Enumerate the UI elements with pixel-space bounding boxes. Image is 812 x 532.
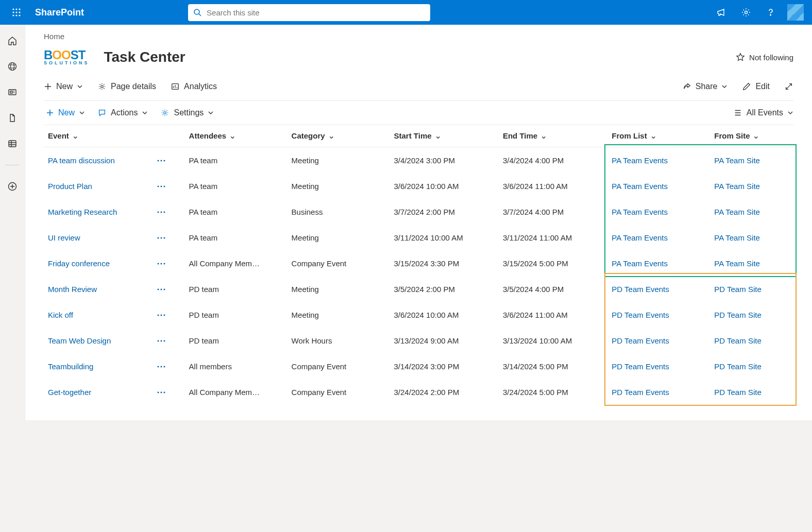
- list-settings-label: Settings: [174, 108, 204, 117]
- table-row[interactable]: Marketing Research⋯PA teamBusiness3/7/20…: [44, 199, 793, 225]
- row-more-button[interactable]: ⋯: [153, 199, 184, 225]
- row-more-button[interactable]: ⋯: [153, 328, 184, 353]
- row-more-button[interactable]: ⋯: [153, 353, 184, 379]
- cell-from-site[interactable]: PD Team Site: [710, 276, 793, 302]
- home-icon: [7, 36, 18, 46]
- col-event[interactable]: Event⌄: [44, 125, 153, 147]
- cell-from-list[interactable]: PA Team Events: [607, 225, 710, 250]
- table-row[interactable]: Product Plan⋯PA teamMeeting3/6/2024 10:0…: [44, 173, 793, 199]
- table-row[interactable]: Month Review⋯PD teamMeeting3/5/2024 2:00…: [44, 276, 793, 302]
- col-from-list[interactable]: From List⌄: [607, 125, 710, 147]
- list-settings-button[interactable]: Settings: [160, 108, 214, 117]
- cell-from-site[interactable]: PD Team Site: [710, 302, 793, 328]
- breadcrumb[interactable]: Home: [44, 25, 793, 41]
- cell-from-list[interactable]: PA Team Events: [607, 147, 710, 174]
- col-from-site[interactable]: From Site⌄: [710, 125, 793, 147]
- nav-files[interactable]: [7, 112, 18, 124]
- cell-category: Meeting: [287, 276, 390, 302]
- table-row[interactable]: Get-together⋯All Company Mem…Company Eve…: [44, 379, 793, 405]
- pencil-icon: [742, 82, 751, 91]
- cell-event[interactable]: Marketing Research: [44, 199, 153, 225]
- row-more-button[interactable]: ⋯: [153, 173, 184, 199]
- cell-from-site[interactable]: PA Team Site: [710, 147, 793, 174]
- star-icon: [736, 53, 745, 62]
- nav-news[interactable]: [7, 87, 18, 98]
- page-title: Task Center: [104, 49, 185, 65]
- share-button[interactable]: Share: [682, 82, 728, 91]
- cell-event[interactable]: Product Plan: [44, 173, 153, 199]
- cell-category: Company Event: [287, 250, 390, 276]
- row-more-button[interactable]: ⋯: [153, 302, 184, 328]
- table-row[interactable]: UI review⋯PA teamMeeting3/11/2024 10:00 …: [44, 225, 793, 250]
- list-new-button[interactable]: New: [46, 108, 85, 117]
- nav-home[interactable]: [7, 35, 18, 46]
- cell-from-site[interactable]: PA Team Site: [710, 225, 793, 250]
- new-page-button[interactable]: New: [44, 82, 83, 91]
- cell-attendees: PA team: [185, 147, 287, 174]
- search-box[interactable]: [188, 4, 430, 21]
- cell-event[interactable]: Month Review: [44, 276, 153, 302]
- cell-event[interactable]: PA team discussion: [44, 147, 153, 174]
- svg-rect-16: [9, 141, 16, 147]
- help-button[interactable]: [758, 0, 783, 25]
- brand-label[interactable]: SharePoint: [29, 7, 90, 18]
- svg-line-10: [199, 14, 201, 16]
- expand-button[interactable]: [784, 82, 793, 91]
- megaphone-button[interactable]: [709, 0, 734, 25]
- table-row[interactable]: Team Web Design⋯PD teamWork Hours3/13/20…: [44, 328, 793, 353]
- settings-button[interactable]: [734, 0, 758, 25]
- nav-divider: [5, 165, 20, 165]
- cell-event[interactable]: Kick off: [44, 302, 153, 328]
- nav-lists[interactable]: [7, 138, 18, 149]
- cell-start: 3/13/2024 9:00 AM: [390, 328, 499, 353]
- col-attendees[interactable]: Attendees⌄: [185, 125, 287, 147]
- cell-from-site[interactable]: PA Team Site: [710, 173, 793, 199]
- row-more-button[interactable]: ⋯: [153, 225, 184, 250]
- cell-event[interactable]: Friday conference: [44, 250, 153, 276]
- actions-button[interactable]: Actions: [97, 108, 148, 117]
- cell-event[interactable]: UI review: [44, 225, 153, 250]
- cell-from-list[interactable]: PA Team Events: [607, 250, 710, 276]
- row-more-button[interactable]: ⋯: [153, 147, 184, 174]
- site-logo[interactable]: BOOSTSOLUTIONS: [44, 49, 90, 65]
- table-row[interactable]: Teambuilding⋯All membersCompany Event3/1…: [44, 353, 793, 379]
- nav-create[interactable]: [7, 181, 18, 192]
- cell-attendees: PA team: [185, 199, 287, 225]
- cell-event[interactable]: Get-together: [44, 379, 153, 405]
- analytics-button[interactable]: Analytics: [171, 82, 217, 91]
- cell-from-site[interactable]: PA Team Site: [710, 199, 793, 225]
- table-row[interactable]: Friday conference⋯All Company Mem…Compan…: [44, 250, 793, 276]
- table-row[interactable]: Kick off⋯PD teamMeeting3/6/2024 10:00 AM…: [44, 302, 793, 328]
- cell-from-list[interactable]: PD Team Events: [607, 302, 710, 328]
- row-more-button[interactable]: ⋯: [153, 250, 184, 276]
- edit-button[interactable]: Edit: [742, 82, 770, 91]
- col-end[interactable]: End Time⌄: [499, 125, 607, 147]
- cell-from-list[interactable]: PD Team Events: [607, 379, 710, 405]
- cell-from-list[interactable]: PD Team Events: [607, 353, 710, 379]
- cell-event[interactable]: Teambuilding: [44, 353, 153, 379]
- search-input[interactable]: [207, 8, 425, 17]
- chevron-down-icon: [721, 83, 728, 90]
- col-category[interactable]: Category⌄: [287, 125, 390, 147]
- row-more-button[interactable]: ⋯: [153, 276, 184, 302]
- cell-from-list[interactable]: PD Team Events: [607, 328, 710, 353]
- cell-from-site[interactable]: PA Team Site: [710, 250, 793, 276]
- table-row[interactable]: PA team discussion⋯PA teamMeeting3/4/202…: [44, 147, 793, 174]
- cell-attendees: All Company Mem…: [185, 379, 287, 405]
- cell-from-list[interactable]: PA Team Events: [607, 173, 710, 199]
- chevron-down-icon: [208, 110, 214, 116]
- cell-from-list[interactable]: PA Team Events: [607, 199, 710, 225]
- follow-button[interactable]: Not following: [736, 53, 793, 62]
- page-details-button[interactable]: Page details: [97, 82, 156, 91]
- cell-from-list[interactable]: PD Team Events: [607, 276, 710, 302]
- row-more-button[interactable]: ⋯: [153, 379, 184, 405]
- cell-from-site[interactable]: PD Team Site: [710, 328, 793, 353]
- cell-event[interactable]: Team Web Design: [44, 328, 153, 353]
- cell-from-site[interactable]: PD Team Site: [710, 353, 793, 379]
- avatar[interactable]: [787, 4, 804, 21]
- app-launcher-button[interactable]: [4, 0, 29, 25]
- nav-global[interactable]: [7, 61, 18, 72]
- cell-from-site[interactable]: PD Team Site: [710, 379, 793, 405]
- col-start[interactable]: Start Time⌄: [390, 125, 499, 147]
- view-switcher[interactable]: All Events: [733, 108, 793, 117]
